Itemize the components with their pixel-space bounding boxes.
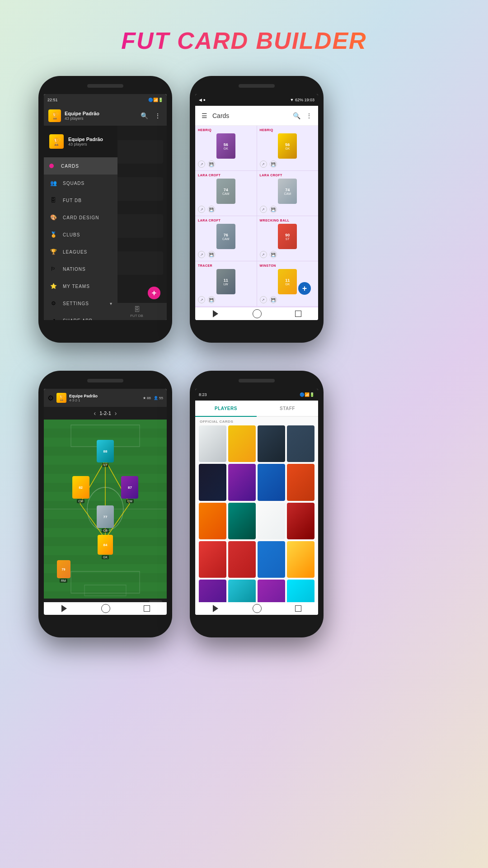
fut-card-winston: 11 GK (278, 269, 297, 294)
card-cell-hebriq-1: HEBRIQ 56 GK ↗ 💾 (195, 126, 257, 170)
picker-card-teal[interactable] (228, 503, 256, 539)
share-card-btn-2[interactable]: ↗ (260, 160, 267, 168)
save-card-btn-2[interactable]: 💾 (270, 160, 277, 168)
more-icon[interactable]: ⋮ (305, 111, 314, 120)
back-nav[interactable] (213, 310, 218, 317)
drawer-header: 🏆 Equipe Padrão 43 players (44, 126, 117, 157)
pitch-player-mid-right[interactable]: 87 CM (121, 476, 138, 503)
picker-card-yellow[interactable] (228, 425, 256, 462)
home-nav-3[interactable] (101, 604, 110, 613)
save-wrecking[interactable]: 💾 (270, 251, 277, 258)
card-actions-lara-1: ↗ 💾 (198, 206, 254, 213)
home-nav[interactable] (253, 309, 262, 318)
pitch-player-gk[interactable]: 84 GK (98, 535, 113, 559)
share-tracer[interactable]: ↗ (198, 296, 205, 303)
drawer-logo: 🏆 (49, 134, 64, 149)
drawer-item-futdb[interactable]: 🗄 FUT DB (44, 192, 117, 209)
picker-card-blue2[interactable] (258, 541, 285, 578)
search-icon[interactable]: 🔍 (292, 111, 301, 120)
card-pos-lara-3: CAM (222, 237, 230, 241)
picker-card-red[interactable] (199, 541, 226, 578)
attacker-pos: ST (102, 463, 109, 467)
tab-players[interactable]: PLAYERS (195, 401, 257, 417)
picker-card-red2[interactable] (228, 541, 256, 578)
picker-card-dark-purple[interactable] (199, 464, 226, 500)
card-rating-lara-3: 76 (224, 233, 228, 237)
settings-icon-squad[interactable]: ⚙ (47, 394, 54, 402)
picker-card-orange[interactable] (199, 503, 226, 539)
picker-card-purple[interactable] (228, 464, 256, 500)
share-lara-2[interactable]: ↗ (260, 206, 267, 213)
card-label-lara-1: LARA CROFT (198, 174, 221, 177)
phone-3: ⚙ 🏆 Equipe Padrão 4·3·2·1 ★ 86 👤 55 ‹ 1-… (38, 371, 172, 637)
save-tracer[interactable]: 💾 (208, 296, 215, 303)
drawer-item-squads[interactable]: 👥 SQUADS (44, 175, 117, 192)
home-nav-4[interactable] (253, 604, 262, 613)
share-wrecking[interactable]: ↗ (260, 251, 267, 258)
gk-card: 84 (98, 535, 113, 555)
share-card-btn[interactable]: ↗ (198, 160, 205, 168)
save-card-btn[interactable]: 💾 (208, 160, 215, 168)
picker-card-white2[interactable] (258, 503, 285, 539)
card-cell-tracer: TRACER 11 LW ↗ 💾 (195, 261, 257, 306)
drawer-item-cards[interactable]: CARDS (44, 157, 117, 175)
gk-rating: 84 (103, 543, 108, 547)
attacker-card: 88 (97, 440, 114, 462)
card-rating: 56 (224, 142, 228, 147)
pitch-player-attacker[interactable]: 88 ST (97, 440, 114, 467)
card-pos-wrecking: ST (286, 237, 290, 241)
menu-icon[interactable]: ☰ (200, 111, 209, 120)
pitch-player-mid-left[interactable]: 82 CM (72, 476, 89, 503)
drawer-item-clubs[interactable]: 🏅 CLUBS (44, 226, 117, 243)
back-nav-3[interactable] (61, 605, 67, 612)
card-rating-winston: 11 (285, 278, 290, 283)
save-lara-1[interactable]: 💾 (208, 206, 215, 213)
more-icon[interactable]: ⋮ (153, 111, 162, 120)
squad-formation: 4·3·2·1 (69, 398, 140, 402)
back-nav-4[interactable] (213, 605, 218, 612)
search-icon[interactable]: 🔍 (140, 111, 149, 120)
picker-card-black2[interactable] (287, 425, 314, 462)
tab-staff[interactable]: STAFF (257, 401, 318, 416)
fab-cards-button[interactable]: + (298, 282, 311, 295)
drawer-team-name: Equipe Padrão (68, 137, 103, 142)
next-formation[interactable]: › (115, 410, 117, 417)
picker-card-orange-red[interactable] (287, 464, 314, 500)
fab-add-button[interactable]: + (148, 287, 160, 299)
recents-nav[interactable] (295, 311, 301, 317)
card-rating-wrecking: 90 (285, 233, 290, 237)
phone-1-app-header: 🏆 Equipe Padrão 43 players 🔍 ⋮ (44, 106, 167, 126)
save-winston[interactable]: 💾 (270, 296, 277, 303)
recents-nav-3[interactable] (144, 605, 150, 612)
drawer-item-leagues[interactable]: 🏆 LEAGUES (44, 243, 117, 260)
phone-2-nav-bar (195, 307, 318, 320)
drawer-label-nations: NATIONS (63, 267, 86, 272)
futdb-nav-icon: 🗄 (134, 306, 140, 313)
share-winston[interactable]: ↗ (260, 296, 267, 303)
phone-4: 8:23 🔵📶🔋 PLAYERS STAFF OFFICIAL CARDS (190, 371, 324, 637)
phone-2: ◀ ● ▼ 62% 19:03 ☰ Cards 🔍 ⋮ HEBRIQ (190, 76, 324, 343)
nav-futdb[interactable]: 🗄 FUT DB (130, 306, 143, 318)
share-lara-3[interactable]: ↗ (198, 251, 205, 258)
recents-nav-4[interactable] (295, 605, 301, 612)
card-pos: GK (224, 147, 228, 150)
drawer-item-myteams[interactable]: ⭐ MY TEAMS (44, 278, 117, 295)
drawer-item-shareapp[interactable]: ↗ SHARE APP (44, 312, 117, 320)
picker-card-blue[interactable] (258, 464, 285, 500)
prev-formation[interactable]: ‹ (94, 410, 96, 417)
drawer-item-settings[interactable]: ⚙ SETTINGS ▾ (44, 295, 117, 312)
def-card: 77 (97, 505, 114, 528)
picker-status-bar: 8:23 🔵📶🔋 (195, 389, 318, 401)
save-lara-3[interactable]: 💾 (208, 251, 215, 258)
picker-card-gold[interactable] (287, 541, 314, 578)
drawer-item-carddesign[interactable]: 🎨 CARD DESIGN (44, 209, 117, 226)
pitch-player-def[interactable]: 77 CB (97, 505, 114, 533)
picker-card-dark-red[interactable] (287, 503, 314, 539)
pitch-player-sub[interactable]: 79 RM (57, 560, 70, 583)
picker-card-white[interactable] (199, 425, 226, 462)
drawer-item-nations[interactable]: 🏳 NATIONS (44, 260, 117, 278)
save-lara-2[interactable]: 💾 (270, 206, 277, 213)
picker-card-black[interactable] (258, 425, 285, 462)
card-thumb-lara-3: 76 CAM (198, 224, 254, 249)
share-lara-1[interactable]: ↗ (198, 206, 205, 213)
